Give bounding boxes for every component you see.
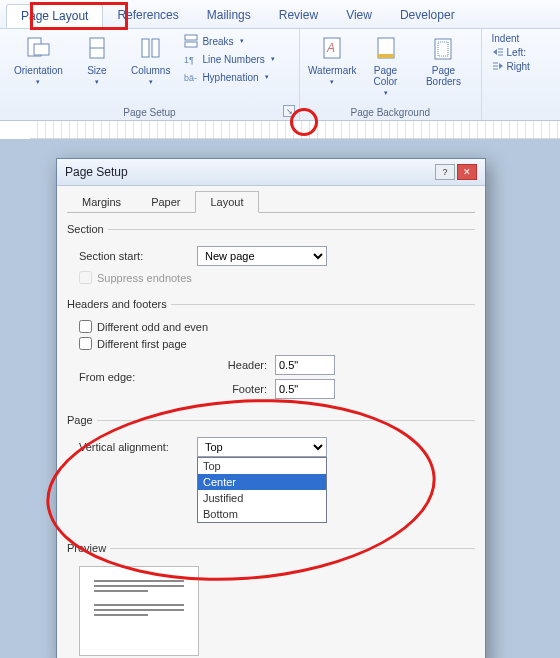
indent-left-label: Left: — [507, 47, 526, 58]
vertical-alignment-combo[interactable]: Top — [197, 437, 327, 457]
page-legend: Page — [67, 414, 97, 426]
hyphenation-button[interactable]: bā‑ Hyphenation ▾ — [182, 69, 276, 85]
indent-heading: Indent — [492, 33, 542, 44]
svg-rect-5 — [152, 39, 159, 57]
watermark-label: Watermark — [308, 65, 357, 76]
diff-odd-even-check[interactable]: Different odd and even — [79, 320, 475, 333]
group-page-setup: Orientation ▾ Size ▾ Columns ▾ — [0, 29, 300, 120]
columns-button[interactable]: Columns ▾ — [127, 33, 174, 88]
svg-text:1¶: 1¶ — [184, 55, 194, 65]
dialog-help-button[interactable]: ? — [435, 164, 455, 180]
tab-mailings[interactable]: Mailings — [193, 4, 265, 28]
watermark-icon: A — [318, 35, 346, 63]
page-color-label: Page Color — [367, 65, 405, 87]
group-paragraph: Indent Left: Right — [482, 29, 552, 120]
diff-first-page-label: Different first page — [97, 338, 187, 350]
preview-legend: Preview — [67, 542, 110, 554]
orientation-icon — [24, 35, 52, 63]
diff-first-page-checkbox[interactable] — [79, 337, 92, 350]
page-setup-launcher[interactable]: ↘ — [283, 105, 295, 117]
dialog-close-button[interactable]: ✕ — [457, 164, 477, 180]
svg-rect-1 — [34, 44, 49, 55]
orientation-label: Orientation — [14, 65, 63, 76]
footer-label: Footer: — [197, 383, 267, 395]
dialog-title: Page Setup — [65, 165, 128, 179]
svg-rect-6 — [185, 35, 197, 40]
svg-rect-4 — [142, 39, 149, 57]
svg-rect-7 — [185, 42, 197, 47]
tab-view[interactable]: View — [332, 4, 386, 28]
dropdown-arrow-icon: ▾ — [271, 55, 275, 63]
ribbon-tabs: Page Layout References Mailings Review V… — [0, 0, 560, 29]
indent-left-icon — [492, 46, 504, 58]
vertical-alignment-label: Vertical alignment: — [79, 441, 189, 453]
indent-left-row[interactable]: Left: — [492, 46, 542, 58]
suppress-endnotes-check: Suppress endnotes — [79, 271, 475, 284]
page-group: Page Vertical alignment: Top Top Center … — [67, 414, 475, 532]
tab-references[interactable]: References — [103, 4, 192, 28]
ruler[interactable] — [30, 121, 560, 139]
svg-text:bā‑: bā‑ — [184, 73, 197, 83]
ribbon: Orientation ▾ Size ▾ Columns ▾ — [0, 29, 560, 121]
line-numbers-icon: 1¶ — [184, 52, 198, 66]
section-legend: Section — [67, 223, 108, 235]
columns-icon — [137, 35, 165, 63]
page-borders-icon — [429, 35, 457, 63]
headers-legend: Headers and footers — [67, 298, 171, 310]
dialog-tab-paper[interactable]: Paper — [136, 191, 195, 213]
dialog-titlebar[interactable]: Page Setup ? ✕ — [57, 159, 485, 186]
va-option-center[interactable]: Center — [198, 474, 326, 490]
columns-label: Columns — [131, 65, 170, 76]
header-spin[interactable] — [275, 355, 335, 375]
watermark-button[interactable]: A Watermark ▾ — [310, 33, 355, 88]
breaks-label: Breaks — [202, 36, 233, 47]
va-option-bottom[interactable]: Bottom — [198, 506, 326, 522]
indent-right-row[interactable]: Right — [492, 60, 542, 72]
footer-spin[interactable] — [275, 379, 335, 399]
va-option-top[interactable]: Top — [198, 458, 326, 474]
dialog-tabs: Margins Paper Layout — [67, 190, 475, 213]
page-color-button[interactable]: Page Color ▾ — [363, 33, 409, 99]
breaks-icon — [184, 34, 198, 48]
diff-odd-even-label: Different odd and even — [97, 321, 208, 333]
orientation-button[interactable]: Orientation ▾ — [10, 33, 67, 88]
vertical-alignment-dropdown: Top Center Justified Bottom — [197, 457, 327, 523]
dropdown-arrow-icon: ▾ — [384, 89, 388, 97]
tab-developer[interactable]: Developer — [386, 4, 469, 28]
dropdown-arrow-icon: ▾ — [265, 73, 269, 81]
diff-first-page-check[interactable]: Different first page — [79, 337, 475, 350]
dialog-tab-layout[interactable]: Layout — [195, 191, 258, 213]
hyphenation-icon: bā‑ — [184, 70, 198, 84]
page-setup-dialog: Page Setup ? ✕ Margins Paper Layout Sect… — [56, 158, 486, 658]
preview-thumbnail — [79, 566, 199, 656]
hyphenation-label: Hyphenation — [202, 72, 258, 83]
tab-review[interactable]: Review — [265, 4, 332, 28]
svg-rect-13 — [378, 54, 394, 58]
va-option-justified[interactable]: Justified — [198, 490, 326, 506]
group-label-page-background: Page Background — [310, 105, 471, 118]
line-numbers-button[interactable]: 1¶ Line Numbers ▾ — [182, 51, 276, 67]
page-borders-button[interactable]: Page Borders — [416, 33, 470, 89]
indent-right-label: Right — [507, 61, 530, 72]
line-numbers-label: Line Numbers — [202, 54, 264, 65]
group-page-background: A Watermark ▾ Page Color ▾ Page Borders … — [300, 29, 482, 120]
indent-right-icon — [492, 60, 504, 72]
section-group: Section Section start: New page Suppress… — [67, 223, 475, 288]
size-label: Size — [87, 65, 106, 76]
size-icon — [83, 35, 111, 63]
breaks-button[interactable]: Breaks ▾ — [182, 33, 276, 49]
preview-group: Preview — [67, 542, 475, 656]
dropdown-arrow-icon: ▾ — [36, 78, 40, 86]
dropdown-arrow-icon: ▾ — [240, 37, 244, 45]
dropdown-arrow-icon: ▾ — [95, 78, 99, 86]
tab-page-layout[interactable]: Page Layout — [6, 4, 103, 28]
group-label-page-setup: Page Setup — [10, 105, 289, 118]
dialog-tab-margins[interactable]: Margins — [67, 191, 136, 213]
page-color-icon — [372, 35, 400, 63]
headers-footers-group: Headers and footers Different odd and ev… — [67, 298, 475, 404]
diff-odd-even-checkbox[interactable] — [79, 320, 92, 333]
section-start-combo[interactable]: New page — [197, 246, 327, 266]
size-button[interactable]: Size ▾ — [75, 33, 119, 88]
section-start-label: Section start: — [79, 250, 189, 262]
page-borders-label: Page Borders — [420, 65, 466, 87]
